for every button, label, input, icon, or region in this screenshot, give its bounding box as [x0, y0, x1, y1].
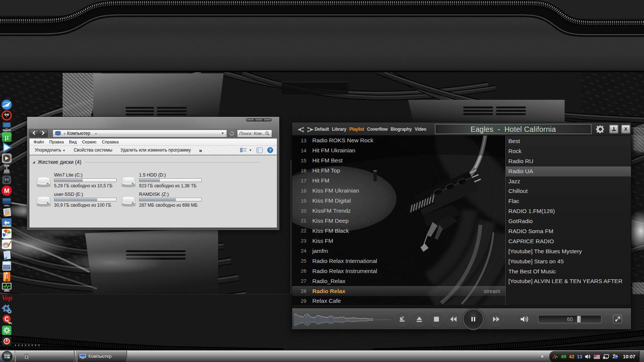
- svg-text:?: ?: [269, 148, 272, 152]
- svg-text:Vopt: Vopt: [1, 294, 13, 302]
- svg-text:µ: µ: [5, 134, 9, 141]
- svg-text:X: X: [624, 127, 628, 131]
- svg-text:M: M: [4, 187, 9, 194]
